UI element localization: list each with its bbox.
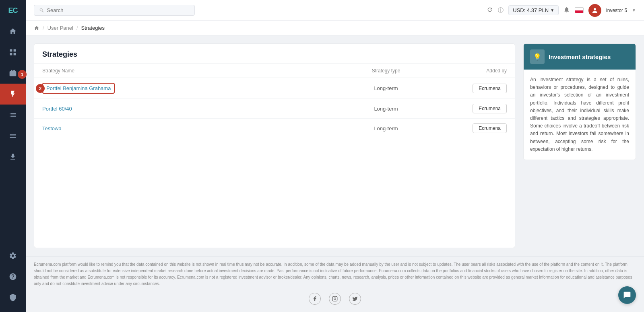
sidebar-item-export[interactable] — [0, 146, 26, 167]
logo: EC — [0, 0, 26, 21]
user-name: investor 5 — [606, 8, 627, 13]
search-icon — [39, 8, 44, 13]
svg-rect-1 — [14, 49, 16, 52]
svg-rect-2 — [10, 53, 12, 55]
sidebar-item-settings[interactable] — [0, 245, 26, 266]
bell-icon[interactable] — [564, 6, 570, 14]
facebook-icon[interactable] — [309, 293, 321, 305]
info-card: 💡 Investment strategies An investment st… — [523, 43, 636, 160]
breadcrumb-user-panel[interactable]: User Panel — [47, 25, 73, 31]
table-row: 2 Portfel Benjamina Grahama Long-term Ec… — [34, 78, 515, 99]
search-box[interactable] — [34, 5, 195, 16]
strategy-name-2[interactable]: Portfel 60/40 — [42, 106, 346, 112]
footer-social — [34, 290, 636, 307]
refresh-icon[interactable] — [487, 6, 493, 14]
ecrumena-badge-3[interactable]: Ecrumena — [473, 123, 507, 133]
ecrumena-badge-1[interactable]: Ecrumena — [473, 84, 507, 93]
strategy-type-1: Long-term — [346, 85, 426, 91]
footer-disclaimer: Ecrumena.com platform would like to remi… — [34, 261, 636, 287]
table-row: Testowa Long-term Ecrumena — [34, 119, 515, 138]
strategy-name-1[interactable]: Portfel Benjamina Grahama — [42, 83, 346, 94]
main-area: ⓘ USD: 4.37 PLN ▼ investor 5 ▼ / User Pa… — [26, 0, 644, 312]
search-input[interactable] — [47, 7, 190, 13]
step-2-badge: 2 — [36, 84, 45, 93]
flag-icon — [575, 7, 584, 13]
info-panel: 💡 Investment strategies An investment st… — [523, 43, 636, 248]
strategy-type-2: Long-term — [346, 106, 426, 112]
info-icon[interactable]: ⓘ — [498, 7, 504, 14]
sidebar-item-reports[interactable] — [0, 105, 26, 125]
strategies-table-area: Strategies Strategy Name Strategy type A… — [34, 43, 515, 248]
header-added-by: Added by — [426, 68, 507, 74]
currency-value: USD: 4.37 PLN — [513, 7, 549, 13]
info-card-body: An investment strategy is a set of rules… — [524, 70, 636, 160]
sidebar-item-home[interactable] — [0, 21, 26, 42]
ecrumena-badge-2[interactable]: Ecrumena — [473, 104, 507, 113]
strategy-added-2: Ecrumena — [426, 104, 507, 113]
footer: Ecrumena.com platform would like to remi… — [26, 256, 644, 312]
svg-rect-4 — [332, 296, 337, 301]
breadcrumb-current: Strategies — [81, 25, 105, 31]
sidebar-item-dashboard[interactable] — [0, 42, 26, 63]
svg-rect-0 — [10, 49, 12, 52]
step-1-badge: 1 — [18, 70, 27, 79]
strategy-name-3[interactable]: Testowa — [42, 125, 346, 131]
sidebar-item-transactions[interactable] — [0, 125, 26, 146]
strategy-type-3: Long-term — [346, 125, 426, 131]
sidebar-item-strategies[interactable] — [0, 84, 26, 105]
svg-rect-3 — [14, 53, 16, 55]
breadcrumb: / User Panel / Strategies — [26, 21, 644, 35]
content-area: / User Panel / Strategies Strategies Str… — [26, 21, 644, 312]
header-strategy-name: Strategy Name — [42, 68, 346, 74]
page-body: Strategies Strategy Name Strategy type A… — [26, 35, 644, 256]
strategy-added-1: Ecrumena — [426, 84, 507, 93]
topbar-right: ⓘ USD: 4.37 PLN ▼ investor 5 ▼ — [487, 4, 636, 17]
currency-display[interactable]: USD: 4.37 PLN ▼ — [508, 5, 559, 15]
home-breadcrumb-icon[interactable] — [34, 25, 39, 31]
twitter-icon[interactable] — [349, 293, 361, 305]
lightbulb-icon: 💡 — [530, 49, 545, 64]
chevron-down-icon: ▼ — [550, 8, 554, 12]
strategy-row-2: Portfel 60/40 Long-term Ecrumena — [34, 99, 515, 119]
strategy-row-1: Portfel Benjamina Grahama Long-term Ecru… — [34, 78, 515, 99]
instagram-icon[interactable] — [329, 293, 341, 305]
strategy-added-3: Ecrumena — [426, 123, 507, 133]
info-card-title: Investment strategies — [549, 53, 611, 60]
sidebar-item-help[interactable] — [0, 266, 26, 287]
page-title: Strategies — [34, 44, 515, 64]
sidebar-item-shield[interactable] — [0, 287, 26, 308]
strategy-row-3: Testowa Long-term Ecrumena — [34, 119, 515, 138]
info-card-header: 💡 Investment strategies — [524, 44, 636, 70]
topbar: ⓘ USD: 4.37 PLN ▼ investor 5 ▼ — [26, 0, 644, 21]
chat-bubble[interactable] — [618, 286, 636, 304]
sidebar: EC — [0, 0, 26, 312]
user-chevron-icon[interactable]: ▼ — [632, 8, 636, 12]
header-strategy-type: Strategy type — [346, 68, 426, 74]
avatar — [588, 4, 601, 17]
table-row: Portfel 60/40 Long-term Ecrumena — [34, 99, 515, 119]
strategies-table: Strategy Name Strategy type Added by 2 P… — [34, 64, 515, 138]
table-header: Strategy Name Strategy type Added by — [34, 64, 515, 78]
